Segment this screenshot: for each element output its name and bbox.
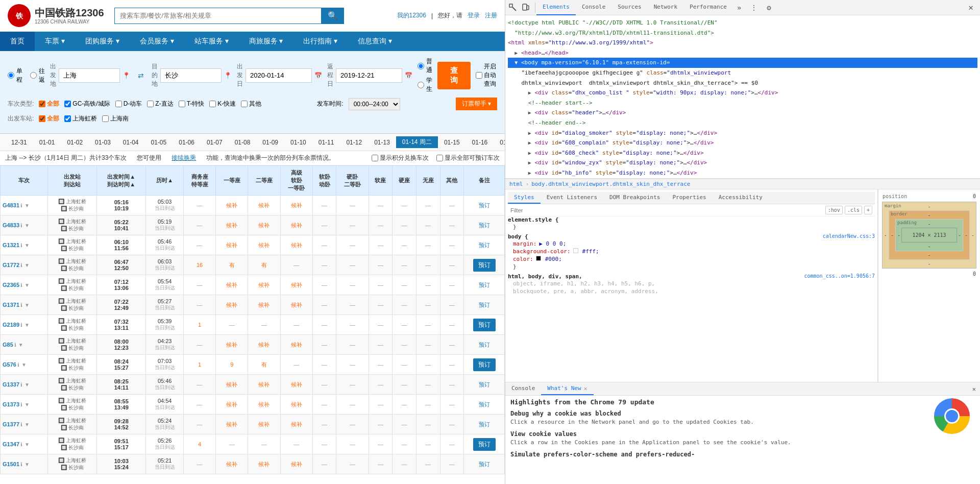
- train-down-icon[interactable]: ▼: [24, 422, 30, 427]
- nav-station[interactable]: 站车服务 ▾: [184, 32, 239, 51]
- date-01-16[interactable]: 01-16: [466, 137, 494, 148]
- nav-group[interactable]: 团购服务 ▾: [75, 32, 130, 51]
- html-line-header-start[interactable]: <!--header start-->: [508, 98, 977, 108]
- date-12-31[interactable]: 12-31: [5, 137, 33, 148]
- train-info-icon[interactable]: ℹ: [20, 322, 22, 328]
- date-01-09[interactable]: 01-09: [256, 137, 284, 148]
- inspect-icon[interactable]: [508, 3, 518, 13]
- add-style-button[interactable]: +: [864, 206, 872, 214]
- other-type-checkbox[interactable]: 其他: [241, 100, 261, 108]
- date-input[interactable]: [246, 68, 312, 83]
- tab-accessibility[interactable]: Accessibility: [713, 192, 769, 204]
- nav-query[interactable]: 信息查询 ▾: [348, 32, 402, 51]
- device-toggle-icon[interactable]: [521, 3, 531, 13]
- whats-new-close[interactable]: ✕: [584, 385, 587, 392]
- nav-member[interactable]: 会员服务 ▾: [130, 32, 184, 51]
- train-info-icon[interactable]: ℹ: [20, 442, 22, 447]
- html-line-html[interactable]: <html xmlns="http://www.w3.org/1999/xhtm…: [508, 38, 977, 48]
- from-input[interactable]: [59, 68, 120, 83]
- book-link[interactable]: 预订: [479, 401, 490, 407]
- book-button[interactable]: 预订: [473, 259, 496, 272]
- train-info-icon[interactable]: ℹ: [20, 422, 22, 427]
- d-type-checkbox[interactable]: D-动车: [115, 100, 142, 108]
- hongqiao-checkbox[interactable]: 上海虹桥: [64, 114, 97, 123]
- date-01-17[interactable]: 01-17: [494, 137, 505, 148]
- train-info-icon[interactable]: ℹ: [20, 462, 22, 467]
- train-info-icon[interactable]: ℹ: [20, 243, 22, 248]
- date-01-08[interactable]: 01-08: [229, 137, 257, 148]
- auto-query-checkbox[interactable]: 开启自动查询: [476, 62, 497, 88]
- tab-network[interactable]: Network: [648, 0, 683, 15]
- date-01-07[interactable]: 01-07: [201, 137, 229, 148]
- train-down-icon[interactable]: ▼: [24, 462, 30, 467]
- train-number-link[interactable]: G1321: [3, 242, 19, 248]
- train-info-icon[interactable]: ℹ: [20, 302, 22, 308]
- train-down-icon[interactable]: ▼: [24, 243, 30, 248]
- all-station-checkbox[interactable]: 全部: [39, 114, 59, 123]
- train-down-icon[interactable]: ▼: [24, 402, 30, 407]
- train-down-icon[interactable]: ▼: [21, 362, 27, 368]
- my-account-link[interactable]: 我的12306: [397, 11, 426, 20]
- more-tabs-button[interactable]: »: [733, 0, 745, 15]
- nav-business[interactable]: 商旅服务 ▾: [239, 32, 293, 51]
- train-number-link[interactable]: G1337: [3, 381, 19, 388]
- transfer-link[interactable]: 接续换乘: [172, 154, 196, 162]
- date-01-12[interactable]: 01-12: [340, 137, 368, 148]
- bc-body[interactable]: body.dhtmlx_winviewport.dhtmlx_skin_dhx_…: [531, 181, 690, 187]
- show-points-checkbox[interactable]: 显示积分兑换车次: [372, 154, 429, 162]
- cls-button[interactable]: .cls: [845, 206, 862, 214]
- book-link[interactable]: 预订: [479, 282, 490, 288]
- train-info-icon[interactable]: ℹ: [14, 342, 16, 348]
- html-line-check[interactable]: ▶ <div id="608_check" style="display: no…: [508, 148, 977, 158]
- z-type-checkbox[interactable]: Z-直达: [147, 100, 173, 108]
- train-number-link[interactable]: G1373: [3, 401, 19, 407]
- student-ticket-radio[interactable]: 学生: [418, 76, 432, 93]
- date-01-14[interactable]: 01-14 周二: [396, 136, 438, 148]
- register-link[interactable]: 注册: [485, 11, 497, 20]
- search-button[interactable]: 🔍: [322, 8, 344, 24]
- train-down-icon[interactable]: ▼: [24, 382, 30, 388]
- train-number-link[interactable]: G4833: [3, 222, 19, 228]
- book-link[interactable]: 预订: [479, 461, 490, 467]
- train-down-icon[interactable]: ▼: [24, 223, 30, 228]
- html-line-head[interactable]: ▶ <head>…</head>: [508, 48, 977, 58]
- date-01-05[interactable]: 01-05: [145, 137, 173, 148]
- login-link[interactable]: 登录: [468, 11, 480, 20]
- train-info-icon[interactable]: ℹ: [17, 362, 19, 368]
- round-trip-radio[interactable]: 往返: [30, 67, 45, 84]
- train-number-link[interactable]: G1371: [3, 302, 19, 308]
- railway-logo[interactable]: 铁: [8, 4, 31, 27]
- date-01-11[interactable]: 01-11: [312, 137, 340, 148]
- book-link[interactable]: 预订: [479, 202, 490, 208]
- train-down-icon[interactable]: ▼: [24, 203, 30, 208]
- one-way-radio[interactable]: 单程: [8, 67, 22, 84]
- html-line-header-div[interactable]: ▶ <div class="header">…</div>: [508, 108, 977, 118]
- train-info-icon[interactable]: ℹ: [20, 262, 22, 268]
- html-line-window[interactable]: ▶ <div id="window_zyx" style="display: n…: [508, 158, 977, 168]
- style-source-common[interactable]: common_css..on=1.9056:7: [804, 273, 875, 280]
- nav-tickets[interactable]: 车票 ▾: [35, 32, 75, 51]
- date-01-01[interactable]: 01-01: [33, 137, 61, 148]
- styles-filter-input[interactable]: [510, 207, 823, 213]
- col-times[interactable]: 出发时间▲到达时间▲: [97, 166, 146, 196]
- console-tab-whats-new[interactable]: What's New ✕: [541, 382, 593, 395]
- console-close-button[interactable]: ✕: [968, 385, 980, 393]
- date-01-15[interactable]: 01-15: [438, 137, 466, 148]
- html-line-combo[interactable]: ▶ <div class="dhx_combo_list " style="wi…: [508, 88, 977, 98]
- html-line-body-class[interactable]: "ibefaeehajgcpooopoe gkifhgecigee g" cla…: [508, 68, 977, 78]
- nav-guide[interactable]: 出行指南 ▾: [293, 32, 348, 51]
- hov-button[interactable]: :hov: [825, 206, 843, 214]
- bc-html[interactable]: html: [509, 181, 523, 187]
- swap-button[interactable]: ⇄: [135, 71, 146, 80]
- book-link[interactable]: 预订: [479, 302, 490, 308]
- html-line-header-end[interactable]: <!--header end-->: [508, 118, 977, 128]
- nav-home[interactable]: 首页: [0, 32, 35, 51]
- train-number-link[interactable]: G2189: [3, 322, 19, 328]
- train-number-link[interactable]: G2365: [3, 282, 19, 288]
- train-info-icon[interactable]: ℹ: [20, 282, 22, 288]
- book-button[interactable]: 预订: [473, 319, 496, 331]
- html-tree[interactable]: <!doctype html PUBLIC "-//W3C//DTD XHTML…: [505, 15, 980, 179]
- tab-properties[interactable]: Properties: [666, 192, 712, 204]
- train-info-icon[interactable]: ℹ: [20, 203, 22, 208]
- book-link[interactable]: 预订: [479, 381, 490, 388]
